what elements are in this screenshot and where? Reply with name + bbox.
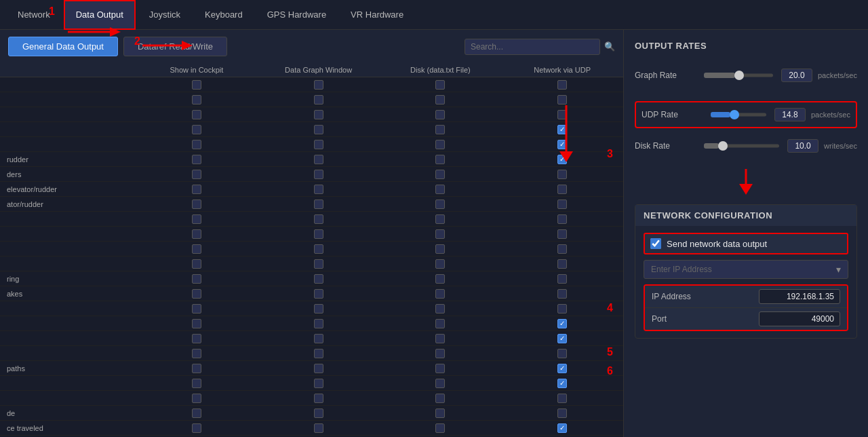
checkbox-cockpit[interactable] — [192, 80, 201, 90]
checkbox-graph[interactable] — [314, 110, 323, 119]
port-input[interactable] — [759, 311, 840, 326]
search-input[interactable] — [465, 39, 600, 55]
ip-address-input[interactable] — [759, 289, 840, 304]
checkbox-graph[interactable] — [314, 244, 323, 254]
send-network-row[interactable]: Send network data output — [644, 233, 848, 254]
checkbox-udp[interactable] — [557, 379, 567, 388]
udp-rate-thumb[interactable] — [730, 110, 739, 119]
checkbox-udp[interactable] — [557, 214, 567, 224]
checkbox-disk[interactable] — [435, 244, 445, 254]
ip-dropdown[interactable]: Enter IP Address ▾ — [644, 260, 848, 279]
checkbox-graph[interactable] — [314, 80, 323, 90]
checkbox-udp[interactable] — [557, 244, 567, 254]
checkbox-disk[interactable] — [435, 394, 445, 403]
checkbox-udp[interactable] — [557, 423, 567, 433]
checkbox-udp[interactable] — [557, 274, 567, 284]
checkbox-cockpit[interactable] — [192, 274, 201, 284]
checkbox-cockpit[interactable] — [192, 364, 201, 373]
checkbox-graph[interactable] — [314, 304, 323, 314]
checkbox-cockpit[interactable] — [192, 200, 201, 209]
checkbox-udp[interactable] — [557, 80, 567, 90]
checkbox-udp[interactable] — [557, 394, 567, 403]
checkbox-graph[interactable] — [314, 229, 323, 239]
checkbox-cockpit[interactable] — [192, 140, 201, 149]
graph-rate-thumb[interactable] — [734, 71, 744, 80]
checkbox-graph[interactable] — [314, 155, 323, 164]
checkbox-graph[interactable] — [314, 349, 323, 358]
checkbox-cockpit[interactable] — [192, 125, 201, 134]
checkbox-cockpit[interactable] — [192, 110, 201, 119]
checkbox-graph[interactable] — [314, 214, 323, 224]
checkbox-disk[interactable] — [435, 214, 445, 224]
checkbox-disk[interactable] — [435, 110, 445, 119]
checkbox-graph[interactable] — [314, 423, 323, 433]
checkbox-cockpit[interactable] — [192, 95, 201, 104]
checkbox-cockpit[interactable] — [192, 155, 201, 164]
checkbox-udp[interactable] — [557, 319, 567, 328]
checkbox-graph[interactable] — [314, 185, 323, 194]
checkbox-udp[interactable] — [557, 408, 567, 418]
checkbox-disk[interactable] — [435, 185, 445, 194]
disk-rate-thumb[interactable] — [718, 141, 728, 151]
checkbox-udp[interactable] — [557, 185, 567, 194]
checkbox-udp[interactable] — [557, 349, 567, 358]
checkbox-disk[interactable] — [435, 95, 445, 104]
checkbox-graph[interactable] — [314, 140, 323, 149]
checkbox-graph[interactable] — [314, 334, 323, 343]
checkbox-cockpit[interactable] — [192, 229, 201, 239]
checkbox-udp[interactable] — [557, 229, 567, 239]
checkbox-cockpit[interactable] — [192, 259, 201, 269]
checkbox-graph[interactable] — [314, 274, 323, 284]
checkbox-disk[interactable] — [435, 289, 445, 299]
checkbox-graph[interactable] — [314, 289, 323, 299]
checkbox-graph[interactable] — [314, 379, 323, 388]
disk-rate-slider[interactable] — [704, 143, 779, 149]
checkbox-cockpit[interactable] — [192, 394, 201, 403]
checkbox-disk[interactable] — [435, 334, 445, 343]
checkbox-cockpit[interactable] — [192, 170, 201, 179]
checkbox-graph[interactable] — [314, 125, 323, 134]
checkbox-disk[interactable] — [435, 423, 445, 433]
checkbox-disk[interactable] — [435, 274, 445, 284]
checkbox-cockpit[interactable] — [192, 319, 201, 328]
send-network-checkbox[interactable] — [650, 238, 661, 249]
checkbox-udp[interactable] — [557, 334, 567, 343]
nav-tab-vr-hardware[interactable]: VR Hardware — [340, 0, 414, 30]
graph-rate-slider[interactable] — [704, 73, 773, 78]
checkbox-udp[interactable] — [557, 304, 567, 314]
udp-rate-slider[interactable] — [711, 112, 766, 117]
checkbox-disk[interactable] — [435, 229, 445, 239]
checkbox-udp[interactable] — [557, 289, 567, 299]
checkbox-disk[interactable] — [435, 125, 445, 134]
checkbox-udp[interactable] — [557, 364, 567, 373]
checkbox-disk[interactable] — [435, 349, 445, 358]
checkbox-udp[interactable] — [557, 259, 567, 269]
checkbox-disk[interactable] — [435, 408, 445, 418]
checkbox-cockpit[interactable] — [192, 304, 201, 314]
nav-tab-gps-hardware[interactable]: GPS Hardware — [256, 0, 337, 30]
checkbox-cockpit[interactable] — [192, 334, 201, 343]
checkbox-cockpit[interactable] — [192, 423, 201, 433]
checkbox-graph[interactable] — [314, 394, 323, 403]
checkbox-cockpit[interactable] — [192, 379, 201, 388]
checkbox-cockpit[interactable] — [192, 244, 201, 254]
checkbox-disk[interactable] — [435, 259, 445, 269]
checkbox-graph[interactable] — [314, 200, 323, 209]
checkbox-disk[interactable] — [435, 80, 445, 90]
checkbox-cockpit[interactable] — [192, 214, 201, 224]
nav-tab-keyboard[interactable]: Keyboard — [194, 0, 254, 30]
checkbox-disk[interactable] — [435, 140, 445, 149]
checkbox-disk[interactable] — [435, 379, 445, 388]
checkbox-cockpit[interactable] — [192, 185, 201, 194]
checkbox-cockpit[interactable] — [192, 408, 201, 418]
checkbox-graph[interactable] — [314, 259, 323, 269]
nav-tab-joystick[interactable]: Joystick — [138, 0, 191, 30]
checkbox-udp[interactable] — [557, 95, 567, 104]
checkbox-disk[interactable] — [435, 155, 445, 164]
checkbox-graph[interactable] — [314, 408, 323, 418]
checkbox-graph[interactable] — [314, 364, 323, 373]
checkbox-disk[interactable] — [435, 364, 445, 373]
checkbox-graph[interactable] — [314, 95, 323, 104]
checkbox-graph[interactable] — [314, 319, 323, 328]
checkbox-graph[interactable] — [314, 170, 323, 179]
